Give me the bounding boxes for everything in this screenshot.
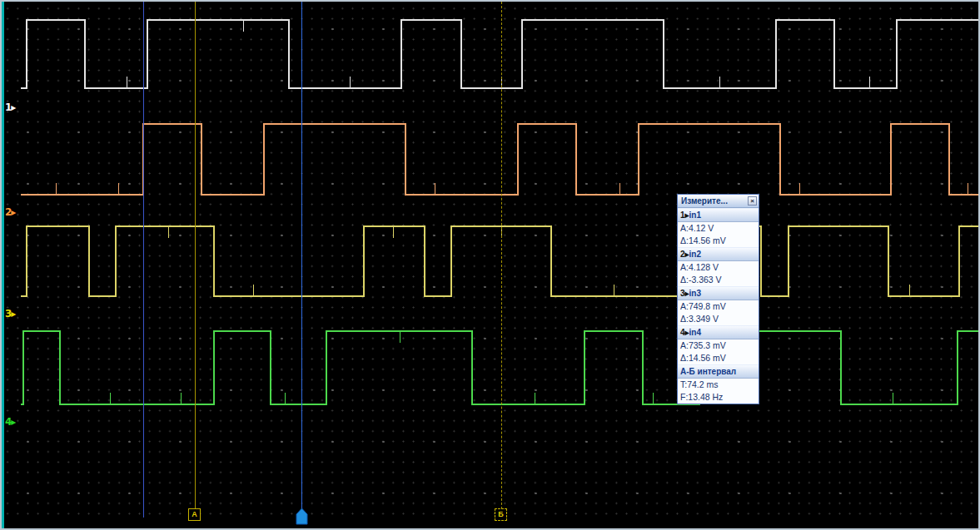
trace-in2 <box>21 124 980 195</box>
channel-4-prefix: 4▸ <box>680 328 689 337</box>
cursor-a-line[interactable] <box>195 2 196 518</box>
close-icon[interactable]: × <box>748 196 757 206</box>
bottom-bar <box>2 518 980 530</box>
channel-1-prefix: 1▸ <box>680 211 689 220</box>
measurement-panel-titlebar[interactable]: Измерите... × <box>678 195 759 208</box>
in2-amplitude-value: A:4.128 V <box>678 261 759 274</box>
channel-1-marker[interactable]: 1▸ <box>5 102 15 113</box>
in3-amplitude-value: A:749.8 mV <box>678 300 759 313</box>
cursor-b-line[interactable] <box>501 2 502 518</box>
panel-section-header-in4: 4▸in4 <box>678 325 759 339</box>
in3-delta-value: Δ:3.349 V <box>678 313 759 325</box>
waveform-plot-area[interactable]: 1▸ 2▸ 3▸ 4▸ <box>2 2 980 518</box>
panel-section-header-in1: 1▸in1 <box>678 208 759 222</box>
trigger-pentagon-shape <box>296 508 307 524</box>
panel-section-header-in3: 3▸in3 <box>678 286 759 300</box>
in2-delta-value: Δ:-3.363 V <box>678 274 759 286</box>
channel-1-name: in1 <box>689 211 701 220</box>
screen-left-edge <box>2 2 4 528</box>
panel-section-header-interval: А-Б интервал <box>678 364 759 379</box>
cursor-b-flag[interactable]: Б <box>495 508 507 521</box>
trigger-time-cursor-line[interactable] <box>143 2 144 518</box>
trigger-position-marker[interactable] <box>295 507 309 526</box>
waveform-traces <box>2 2 980 518</box>
cursor-a-flag[interactable]: A <box>188 508 201 521</box>
in1-amplitude-value: A:4.12 V <box>678 222 759 235</box>
interval-name: А-Б интервал <box>680 367 736 376</box>
trace-in1 <box>21 20 980 88</box>
in4-amplitude-value: A:735.3 mV <box>678 339 759 352</box>
channel-3-prefix: 3▸ <box>680 289 689 298</box>
channel-2-name: in2 <box>689 250 701 259</box>
interval-frequency-value: F:13.48 Hz <box>678 391 759 404</box>
in4-delta-value: Δ:14.56 mV <box>678 352 759 364</box>
channel-3-marker[interactable]: 3▸ <box>5 308 15 319</box>
trace-in3 <box>21 226 980 296</box>
channel-4-marker[interactable]: 4▸ <box>5 416 15 428</box>
panel-section-header-in2: 2▸in2 <box>678 247 759 261</box>
measurement-panel: Измерите... × 1▸in1 A:4.12 V Δ:14.56 mV … <box>677 194 759 404</box>
trace-in4 <box>21 331 980 404</box>
interval-time-value: T:74.2 ms <box>678 379 759 391</box>
trigger-marker-line[interactable] <box>301 2 302 518</box>
channel-3-name: in3 <box>689 289 701 298</box>
in1-delta-value: Δ:14.56 mV <box>678 235 759 247</box>
measurement-panel-title: Измерите... <box>681 196 746 206</box>
oscilloscope-screen: 1▸ 2▸ 3▸ 4▸ A Б Измерите... × 1▸in1 A:4.… <box>0 0 980 530</box>
channel-4-name: in4 <box>689 328 701 337</box>
channel-2-prefix: 2▸ <box>680 250 689 259</box>
channel-2-marker[interactable]: 2▸ <box>5 206 15 218</box>
